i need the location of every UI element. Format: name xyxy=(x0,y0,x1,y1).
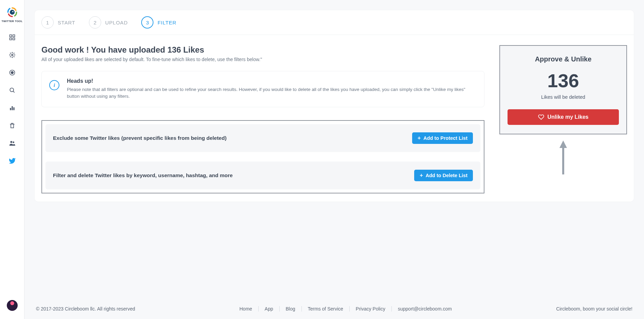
step-filter[interactable]: 3 FILTER xyxy=(141,16,176,29)
main: 1 START 2 UPLOAD 3 FILTER Good work ! Yo… xyxy=(24,0,644,319)
step-label: START xyxy=(58,20,75,25)
footer-copyright: © 2017-2023 Circleboom llc. All rights r… xyxy=(36,306,135,312)
users-icon[interactable] xyxy=(8,139,16,147)
analytics-icon[interactable] xyxy=(8,104,16,112)
svg-rect-29 xyxy=(13,107,14,110)
wizard-card: 1 START 2 UPLOAD 3 FILTER Good work ! Yo… xyxy=(35,10,634,202)
add-delete-list-button[interactable]: + Add to Delete List xyxy=(414,170,473,181)
sidebar: TWITTER TOOL xyxy=(0,0,24,319)
step-number: 1 xyxy=(41,16,54,29)
logo[interactable]: TWITTER TOOL xyxy=(1,6,22,23)
protect-filter-row: Exclude some Twitter likes (prevent spec… xyxy=(45,124,480,152)
avatar[interactable] xyxy=(7,300,18,311)
svg-point-30 xyxy=(10,141,12,143)
svg-point-0 xyxy=(10,10,14,15)
delete-filter-row: Filter and delete Twitter likes by keywo… xyxy=(45,162,480,189)
step-start[interactable]: 1 START xyxy=(41,16,75,29)
trash-icon[interactable] xyxy=(8,122,16,129)
step-upload[interactable]: 2 UPLOAD xyxy=(89,16,128,29)
dashboard-icon[interactable] xyxy=(8,34,16,41)
svg-rect-5 xyxy=(13,38,15,40)
target-icon[interactable] xyxy=(8,69,16,76)
svg-point-31 xyxy=(13,142,14,143)
svg-line-19 xyxy=(10,53,12,55)
button-label: Unlike my Likes xyxy=(548,114,589,120)
right-column: Approve & Unlike 136 Likes will be delet… xyxy=(499,45,627,193)
brand-logo-icon xyxy=(6,6,18,18)
twitter-icon[interactable] xyxy=(8,157,16,165)
stepper: 1 START 2 UPLOAD 3 FILTER xyxy=(35,10,634,35)
heads-up-title: Heads up! xyxy=(67,78,477,84)
svg-line-21 xyxy=(10,55,12,57)
heart-icon xyxy=(538,114,544,120)
svg-point-24 xyxy=(11,72,13,74)
heads-up-body: Please note that all filters are optiona… xyxy=(67,86,477,100)
footer: © 2017-2023 Circleboom llc. All rights r… xyxy=(35,300,634,319)
filters-box: Exclude some Twitter likes (prevent spec… xyxy=(41,120,484,193)
step-number: 3 xyxy=(141,16,153,29)
page-title: Good work ! You have uploaded 136 Likes xyxy=(41,45,484,55)
footer-link-privacy[interactable]: Privacy Policy xyxy=(350,306,392,312)
approve-box: Approve & Unlike 136 Likes will be delet… xyxy=(499,45,627,134)
search-icon[interactable] xyxy=(8,87,16,94)
footer-links: Home App Blog Terms of Service Privacy P… xyxy=(233,306,458,312)
footer-link-blog[interactable]: Blog xyxy=(280,306,302,312)
svg-line-22 xyxy=(12,55,14,57)
arrow-up-icon xyxy=(499,140,627,174)
svg-rect-28 xyxy=(12,106,13,110)
button-label: Add to Protect List xyxy=(423,135,467,141)
plus-icon: + xyxy=(418,135,421,141)
footer-link-app[interactable]: App xyxy=(259,306,280,312)
approve-title: Approve & Unlike xyxy=(508,55,619,63)
plus-icon: + xyxy=(420,173,423,178)
nav-icons xyxy=(8,34,16,165)
left-column: Good work ! You have uploaded 136 Likes … xyxy=(41,45,484,193)
heads-up-box: i Heads up! Please note that all filters… xyxy=(41,71,484,107)
content-row: Good work ! You have uploaded 136 Likes … xyxy=(35,35,634,202)
svg-line-20 xyxy=(12,53,14,55)
step-number: 2 xyxy=(89,16,101,29)
footer-link-tos[interactable]: Terms of Service xyxy=(302,306,350,312)
info-icon: i xyxy=(49,80,59,90)
footer-link-support[interactable]: support@circleboom.com xyxy=(392,306,458,312)
protect-filter-text: Exclude some Twitter likes (prevent spec… xyxy=(53,135,226,141)
svg-point-25 xyxy=(10,88,14,92)
add-protect-list-button[interactable]: + Add to Protect List xyxy=(412,132,473,144)
button-label: Add to Delete List xyxy=(426,173,467,178)
svg-rect-4 xyxy=(10,38,12,40)
footer-tagline: Circleboom, boom your social circle! xyxy=(556,306,632,312)
brand-name: TWITTER TOOL xyxy=(1,20,22,23)
svg-rect-2 xyxy=(10,35,12,37)
svg-rect-3 xyxy=(13,35,15,37)
svg-rect-27 xyxy=(10,108,11,110)
svg-line-26 xyxy=(13,91,14,93)
network-icon[interactable] xyxy=(8,51,16,59)
page-subtitle: All of your uploaded likes are selected … xyxy=(41,57,484,62)
step-label: FILTER xyxy=(158,20,176,25)
footer-link-home[interactable]: Home xyxy=(233,306,258,312)
likes-caption: Likes will be deleted xyxy=(508,94,619,100)
likes-count: 136 xyxy=(508,71,619,90)
step-label: UPLOAD xyxy=(105,20,128,25)
unlike-my-likes-button[interactable]: Unlike my Likes xyxy=(508,109,619,125)
svg-point-1 xyxy=(12,11,14,12)
delete-filter-text: Filter and delete Twitter likes by keywo… xyxy=(53,172,233,179)
